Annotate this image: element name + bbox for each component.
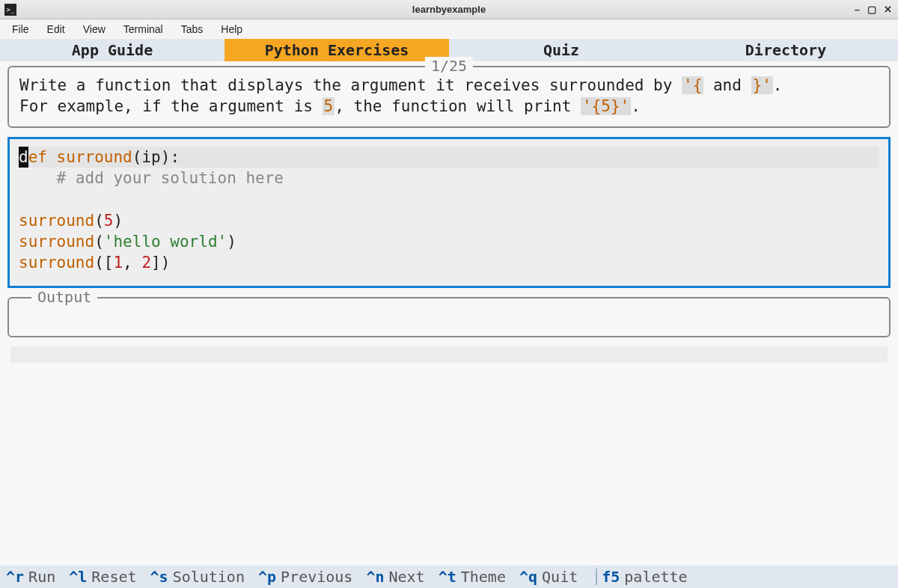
question-text: Write a function that displays the argum… [19, 75, 879, 117]
shortcut-key: ^l [69, 568, 87, 586]
token-string: 'hello world' [104, 233, 227, 251]
shortcut-label: Next [388, 568, 424, 586]
app-root: App Guide Python Exercises Quiz Director… [0, 39, 898, 588]
question-segment: and [703, 76, 751, 94]
tab-app-guide[interactable]: App Guide [0, 39, 224, 61]
token-number: 1 [113, 254, 123, 272]
menubar: File Edit View Terminal Tabs Help [0, 19, 898, 39]
question-panel: 1/25 Write a function that displays the … [7, 66, 891, 128]
token [19, 169, 57, 187]
token-function: surround [19, 233, 94, 251]
shortcut-previous[interactable]: ^pPrevious [258, 568, 352, 586]
token-function: surround [19, 212, 94, 230]
shortcut-quit[interactable]: ^qQuit [519, 568, 578, 586]
menu-file[interactable]: File [4, 22, 37, 37]
output-label: Output [31, 288, 97, 306]
shortcut-label: Run [28, 568, 55, 586]
token-function: surround [57, 148, 132, 166]
shortcut-palette[interactable]: f5palette [602, 568, 687, 586]
shortcut-reset[interactable]: ^lReset [69, 568, 136, 586]
menu-terminal[interactable]: Terminal [116, 22, 171, 37]
shortcut-key: ^q [519, 568, 537, 586]
progress-counter: 1/25 [425, 57, 473, 75]
editor-cursor: d [19, 147, 28, 168]
question-segment: For example, if the argument is [19, 97, 323, 115]
shortcut-label: Solution [173, 568, 245, 586]
token: ) [161, 148, 171, 166]
token: ip [141, 148, 160, 166]
token: : [170, 148, 180, 166]
output-panel: Output [7, 297, 891, 337]
token: ]) [151, 254, 170, 272]
question-segment: Write a function that displays the argum… [19, 76, 682, 94]
shortcut-key: ^r [6, 568, 24, 586]
close-icon[interactable]: ✕ [884, 4, 892, 15]
shortcut-label: Previous [281, 568, 352, 586]
token [19, 190, 28, 208]
token-function: surround [19, 254, 94, 272]
shortcut-key: ^n [366, 568, 384, 586]
maximize-icon[interactable]: ▢ [867, 4, 876, 15]
shortcut-solution[interactable]: ^sSolution [150, 568, 245, 586]
window-controls: – ▢ ✕ [855, 4, 898, 15]
shortcut-label: Quit [542, 568, 578, 586]
shortcut-label: Theme [461, 568, 506, 586]
code-editor[interactable]: def surround(ip): # add your solution he… [7, 137, 891, 288]
shortcut-key: f5 [602, 568, 620, 586]
question-segment: . [773, 76, 783, 94]
menu-tabs[interactable]: Tabs [174, 22, 211, 37]
terminal-icon [4, 4, 16, 16]
question-segment: , the function will print [335, 97, 581, 115]
token: ( [132, 148, 142, 166]
tab-python-exercises[interactable]: Python Exercises [224, 39, 449, 61]
menu-help[interactable]: Help [213, 22, 250, 37]
token-keyword: ef [28, 148, 47, 166]
token: ( [94, 233, 104, 251]
window-title: learnbyexample [0, 4, 898, 15]
question-literal: 5 [323, 97, 335, 115]
shortcut-label: palette [624, 568, 687, 586]
token-comment: # add your solution here [57, 169, 284, 187]
shortcut-theme[interactable]: ^tTheme [439, 568, 506, 586]
token: ( [94, 212, 104, 230]
tab-directory[interactable]: Directory [674, 39, 898, 61]
shortcut-key: ^s [150, 568, 168, 586]
menu-view[interactable]: View [76, 22, 113, 37]
question-literal: }' [751, 76, 773, 94]
token [47, 148, 57, 166]
token-number: 5 [104, 212, 114, 230]
token-number: 2 [141, 254, 151, 272]
menu-edit[interactable]: Edit [40, 22, 73, 37]
question-literal: '{5}' [581, 97, 631, 115]
window-titlebar: learnbyexample – ▢ ✕ [0, 0, 898, 19]
tab-quiz[interactable]: Quiz [449, 39, 674, 61]
question-literal: '{ [682, 76, 703, 94]
shortcut-key: ^p [258, 568, 276, 586]
token: ([ [94, 254, 113, 272]
code-content: def surround(ip): # add your solution he… [19, 147, 879, 274]
footer-shortcuts: ^rRun ^lReset ^sSolution ^pPrevious ^nNe… [0, 566, 898, 588]
question-segment: . [631, 97, 641, 115]
footer-separator [596, 569, 597, 585]
shortcut-label: Reset [91, 568, 136, 586]
token: ) [227, 233, 236, 251]
shortcut-key: ^t [439, 568, 456, 586]
token: ) [113, 212, 123, 230]
shortcut-run[interactable]: ^rRun [6, 568, 55, 586]
status-strip [10, 346, 888, 363]
minimize-icon[interactable]: – [855, 4, 860, 15]
shortcut-next[interactable]: ^nNext [366, 568, 424, 586]
token: , [123, 254, 141, 272]
